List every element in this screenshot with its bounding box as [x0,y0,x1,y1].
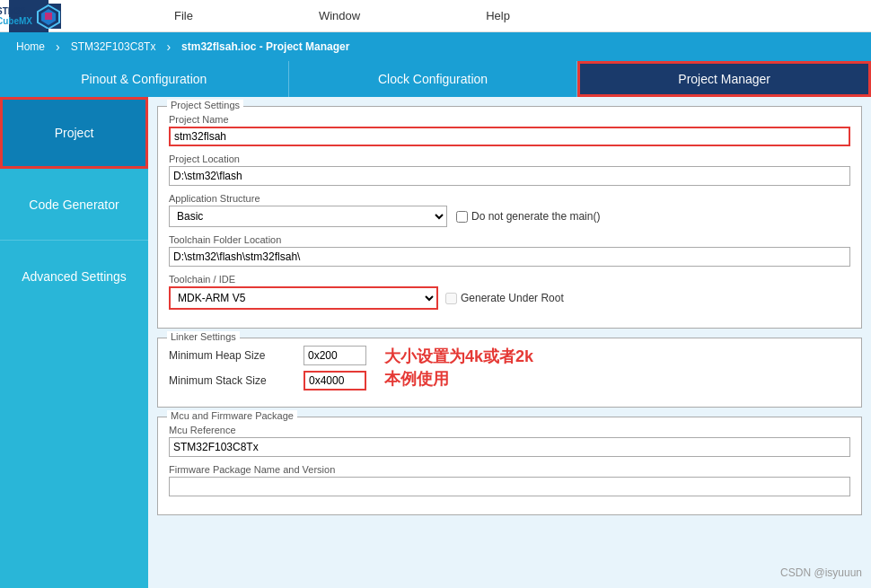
min-stack-row: Minimum Stack Size [169,371,366,391]
mcu-ref-label: Mcu Reference [169,425,850,435]
toolchain-folder-input[interactable] [169,247,850,267]
linker-settings-group: Linker Settings Minimum Heap Size Minimu… [157,338,862,408]
generate-under-root-row: Generate Under Root [445,292,564,304]
breadcrumb: Home › STM32F103C8Tx › stm32flsah.ioc - … [0,32,871,61]
min-stack-label: Minimum Stack Size [169,374,295,387]
do-not-generate-checkbox[interactable] [456,211,468,223]
min-heap-input[interactable] [304,346,366,365]
generate-under-root-label: Generate Under Root [461,292,564,304]
project-location-row: Project Location [169,154,850,186]
project-settings-group: Project Settings Project Name Project Lo… [157,106,862,329]
annotation-line2: 本例使用 [384,368,533,391]
sidebar-item-code-generator[interactable]: Code Generator [0,169,148,241]
cube-logo-text: CubeMX [0,16,32,26]
linker-content: Minimum Heap Size Minimum Stack Size 大小设… [169,346,850,396]
menu-help[interactable]: Help [486,9,510,22]
linker-annotation: 大小设置为4k或者2k 本例使用 [384,346,533,391]
generate-under-root-checkbox[interactable] [445,293,457,304]
toolchain-folder-row: Toolchain Folder Location [169,234,850,267]
mcu-ref-input[interactable] [169,437,850,457]
annotation-line1: 大小设置为4k或者2k [384,346,533,368]
tab-clock[interactable]: Clock Configuration [289,61,578,97]
project-location-input[interactable] [169,166,850,186]
toolchain-select[interactable]: MDK-ARM V5 MDK-ARM V4 EWARM SW4STM32 Tru… [169,286,438,310]
app-structure-select[interactable]: Basic Advanced [169,206,447,227]
do-not-generate-label: Do not generate the main() [471,210,600,223]
tab-project-manager[interactable]: Project Manager [577,61,871,97]
app-structure-controls: Basic Advanced Do not generate the main(… [169,206,850,227]
do-not-generate-row: Do not generate the main() [456,210,600,223]
min-heap-label: Minimum Heap Size [169,349,295,362]
toolchain-ide-row: Toolchain / IDE MDK-ARM V5 MDK-ARM V4 EW… [169,274,850,310]
menu-window[interactable]: Window [319,9,360,22]
breadcrumb-home[interactable]: Home [7,39,54,55]
logo-area: STM32 CubeMX [9,0,48,32]
project-location-label: Project Location [169,154,850,164]
sidebar-item-advanced-settings[interactable]: Advanced Settings [0,241,148,312]
mcu-firmware-group: Mcu and Firmware Package Mcu Reference F… [157,417,862,515]
breadcrumb-sep-2: › [166,39,171,54]
breadcrumb-current: stm32flsah.ioc - Project Manager [172,39,358,55]
project-name-label: Project Name [169,114,850,125]
watermark: CSDN @isyuuun [780,566,862,579]
app-structure-label: Application Structure [169,193,850,204]
sidebar: Project Code Generator Advanced Settings [0,97,148,588]
tabbar: Pinout & Configuration Clock Configurati… [0,61,871,97]
min-stack-input[interactable] [304,371,366,391]
main-layout: Project Code Generator Advanced Settings… [0,97,871,588]
firmware-pkg-row: Firmware Package Name and Version [169,464,850,496]
svg-rect-3 [45,13,52,20]
firmware-pkg-input[interactable] [169,477,850,496]
linker-settings-title: Linker Settings [167,331,240,342]
content-area: Project Settings Project Name Project Lo… [148,97,871,588]
min-heap-row: Minimum Heap Size [169,346,366,365]
breadcrumb-sep-1: › [56,39,60,54]
app-structure-row: Application Structure Basic Advanced Do … [169,193,850,227]
toolchain-controls: MDK-ARM V5 MDK-ARM V4 EWARM SW4STM32 Tru… [169,286,850,310]
stm-logo-text: STM32 [0,6,32,16]
breadcrumb-device[interactable]: STM32F103C8Tx [62,39,165,55]
menu-file[interactable]: File [174,9,193,22]
project-name-row: Project Name [169,114,850,146]
project-settings-title: Project Settings [167,100,243,110]
tab-pinout[interactable]: Pinout & Configuration [0,61,289,97]
project-name-input[interactable] [169,127,850,146]
logo-box: STM32 CubeMX [9,0,48,32]
mcu-ref-row: Mcu Reference [169,425,850,457]
firmware-pkg-label: Firmware Package Name and Version [169,464,850,475]
menubar: STM32 CubeMX File Window Help [0,0,871,32]
toolchain-ide-label: Toolchain / IDE [169,274,850,285]
linker-fields: Minimum Heap Size Minimum Stack Size [169,346,366,396]
mcu-firmware-title: Mcu and Firmware Package [167,410,297,421]
sidebar-item-project[interactable]: Project [0,97,148,169]
toolchain-folder-label: Toolchain Folder Location [169,234,850,245]
